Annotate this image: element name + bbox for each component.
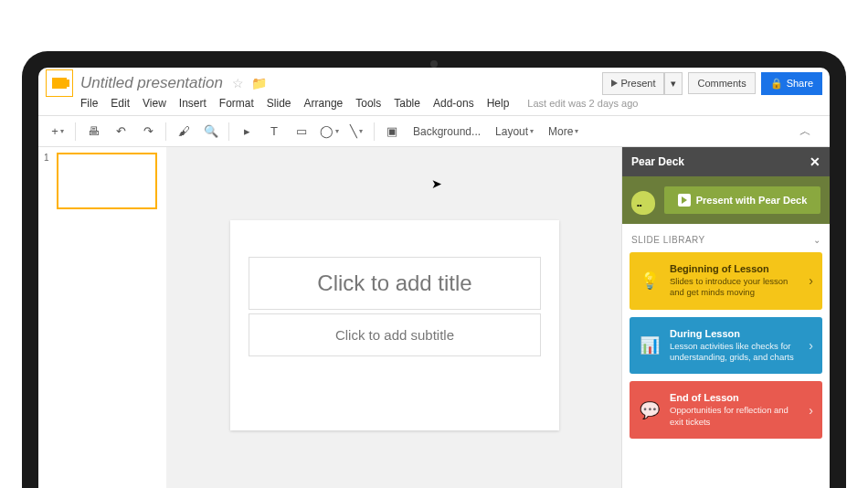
sidebar-present-area: •• Present with Pear Deck [622,176,830,224]
select-tool[interactable]: ▸ [235,120,259,143]
menu-addons[interactable]: Add-ons [433,97,474,110]
toolbar: +▾ 🖶 ↶ ↷ 🖌 🔍 ▸ T ▭ ◯▾ ╲▾ ▣ Background...… [38,116,830,147]
paint-format-button[interactable]: 🖌 [172,120,196,143]
comment-tool[interactable]: ▣ [380,120,404,143]
document-title[interactable]: Untitled presentation [80,74,223,92]
menu-view[interactable]: View [143,97,166,110]
present-button[interactable]: Present [602,72,665,95]
card-desc: Opportunities for reflection and exit ti… [670,405,799,428]
menu-arrange[interactable]: Arrange [304,97,344,110]
share-button[interactable]: 🔒Share [761,72,822,95]
menu-edit[interactable]: Edit [111,97,130,110]
menu-format[interactable]: Format [219,97,254,110]
card-end-of-lesson[interactable]: 💬 End of Lesson Opportunities for reflec… [630,381,822,439]
title-bar: Untitled presentation ☆ 📁 Present ▾ Comm… [38,68,830,95]
line-tool[interactable]: ╲▾ [344,120,368,143]
folder-icon[interactable]: 📁 [251,76,267,90]
lightbulb-icon: 💡 [639,271,661,291]
menu-slide[interactable]: Slide [267,97,291,110]
slide-thumbnails: 1 [38,147,166,488]
menu-insert[interactable]: Insert [179,97,206,110]
undo-button[interactable]: ↶ [109,120,132,143]
slides-logo[interactable] [46,69,73,97]
card-desc: Slides to introduce your lesson and get … [670,276,799,299]
collapse-toolbar-button[interactable]: ︿ [793,120,817,143]
thumbnail-number: 1 [44,153,53,209]
close-icon[interactable]: ✕ [810,154,820,169]
sidebar-title: Pear Deck [631,155,684,168]
slide[interactable]: Click to add title Click to add subtitle [230,220,559,430]
chevron-right-icon: › [809,273,813,288]
present-with-pear-deck-button[interactable]: Present with Pear Deck [664,186,820,214]
slide-library-label: SLIDE LIBRARY [631,235,705,245]
new-slide-button[interactable]: +▾ [46,120,69,143]
more-label: More [548,125,573,138]
last-edit-text[interactable]: Last edit was 2 days ago [527,98,638,109]
card-beginning-of-lesson[interactable]: 💡 Beginning of Lesson Slides to introduc… [630,252,822,310]
menu-bar: File Edit View Insert Format Slide Arran… [38,95,830,116]
present-dropdown[interactable]: ▾ [664,72,683,95]
more-button[interactable]: More▾ [543,120,584,143]
textbox-tool[interactable]: T [262,120,286,143]
speech-icon: 💬 [639,400,661,420]
zoom-button[interactable]: 🔍 [199,120,223,143]
pear-icon: •• [631,186,657,215]
lock-icon: 🔒 [770,78,783,90]
image-tool[interactable]: ▭ [290,120,313,143]
cursor-icon: ➤ [431,176,442,191]
chevron-right-icon: › [809,403,813,418]
share-label: Share [787,78,813,89]
title-placeholder[interactable]: Click to add title [249,257,541,310]
subtitle-placeholder[interactable]: Click to add subtitle [249,313,541,356]
chart-icon: 📊 [639,335,661,355]
thumbnail-preview[interactable] [57,153,157,209]
thumbnail-1[interactable]: 1 [44,153,161,209]
card-during-lesson[interactable]: 📊 During Lesson Lesson activities like c… [630,317,822,375]
present-label: Present [621,78,656,89]
slide-library-header[interactable]: SLIDE LIBRARY ⌄ [622,224,830,252]
background-button[interactable]: Background... [408,120,486,143]
menu-help[interactable]: Help [487,97,510,110]
pear-deck-sidebar: Pear Deck ✕ •• Present with Pear Deck SL… [621,147,830,488]
chevron-right-icon: › [809,338,813,353]
layout-label: Layout [495,125,528,138]
menu-file[interactable]: File [80,97,98,110]
play-icon [678,194,691,207]
star-icon[interactable]: ☆ [232,76,244,90]
card-title: Beginning of Lesson [670,263,799,274]
slide-canvas[interactable]: ➤ Click to add title Click to add subtit… [166,147,621,488]
card-title: During Lesson [670,328,799,339]
menu-tools[interactable]: Tools [355,97,381,110]
redo-button[interactable]: ↷ [136,120,160,143]
chevron-down-icon: ⌄ [813,235,821,245]
menu-table[interactable]: Table [394,97,420,110]
card-desc: Lesson activities like checks for unders… [670,341,799,364]
comments-button[interactable]: Comments [688,72,755,94]
layout-button[interactable]: Layout▾ [490,120,539,143]
sidebar-header: Pear Deck ✕ [622,147,830,176]
shape-tool[interactable]: ◯▾ [317,120,341,143]
print-button[interactable]: 🖶 [81,120,105,143]
card-title: End of Lesson [670,392,799,403]
present-pear-label: Present with Pear Deck [696,195,808,206]
